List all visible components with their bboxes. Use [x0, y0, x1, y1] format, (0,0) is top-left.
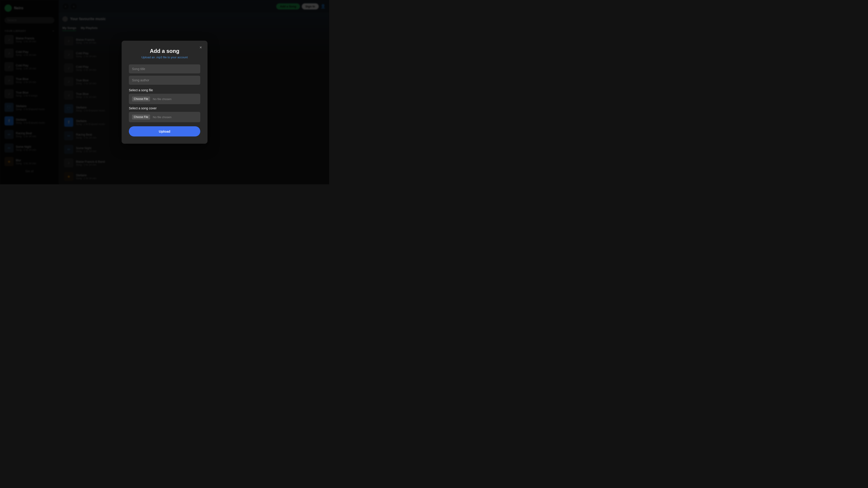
song-file-input-wrapper[interactable]: Choose File No file chosen — [129, 94, 200, 104]
modal-subtitle: Upload an .mp3 file to your account — [129, 56, 200, 59]
choose-file-song-button[interactable]: Choose File — [132, 96, 150, 101]
cover-file-input-wrapper[interactable]: Choose File No file chosen — [129, 112, 200, 122]
select-cover-label: Select a song cover — [129, 106, 200, 110]
choose-file-cover-button[interactable]: Choose File — [132, 115, 150, 120]
song-author-input[interactable] — [129, 76, 200, 85]
modal-close-button[interactable]: × — [197, 44, 204, 51]
song-file-no-chosen-label: No file chosen — [153, 97, 171, 101]
select-song-file-label: Select a song file — [129, 88, 200, 92]
modal-title: Add a song — [129, 48, 200, 54]
song-title-input[interactable] — [129, 64, 200, 73]
cover-file-no-chosen-label: No file chosen — [153, 116, 171, 119]
upload-button[interactable]: Upload — [129, 126, 200, 136]
add-song-modal: × Add a song Upload an .mp3 file to your… — [122, 41, 208, 144]
modal-overlay: × Add a song Upload an .mp3 file to your… — [0, 0, 329, 184]
